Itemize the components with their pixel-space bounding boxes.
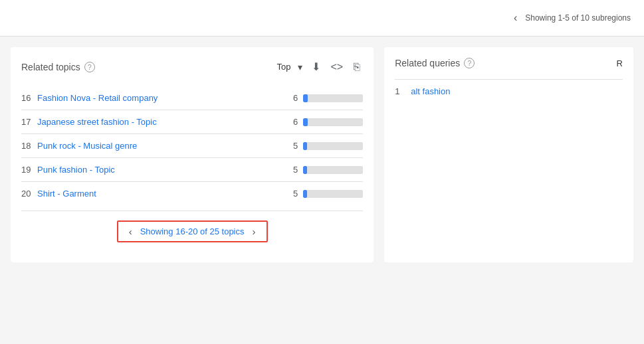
table-row: 18 Punk rock - Musical genre 5 [21, 133, 363, 157]
topics-download-button[interactable]: ⬇ [309, 58, 323, 76]
topic-bar-container [303, 190, 363, 198]
topic-link[interactable]: Shirt - Garment [37, 189, 284, 199]
topic-link[interactable]: Punk fashion - Topic [37, 165, 284, 175]
topic-number: 16 [21, 93, 37, 103]
related-topics-panel: Related topics ? Top ▾ ⬇ <> ⎘ 16 Fashion… [11, 47, 374, 262]
topic-number: 20 [21, 189, 37, 199]
topics-filter-label: Top [277, 62, 291, 72]
topics-pagination-text: Showing 16-20 of 25 topics [140, 226, 245, 236]
topics-prev-button[interactable]: ‹ [129, 226, 132, 237]
topic-bar-container [303, 94, 363, 102]
queries-filter-label: R [617, 58, 623, 68]
topics-panel-header: Related topics ? Top ▾ ⬇ <> ⎘ [21, 58, 363, 76]
queries-help-icon[interactable]: ? [464, 58, 475, 68]
related-queries-panel: Related queries ? R 1 alt fashion [384, 47, 633, 262]
topics-controls: Top ▾ ⬇ <> ⎘ [277, 58, 364, 76]
topic-number: 19 [21, 165, 37, 175]
topic-bar-container [303, 118, 363, 126]
topic-number: 18 [21, 141, 37, 151]
queries-panel-title: Related queries ? [395, 58, 475, 68]
subregion-prev-button[interactable]: ‹ [511, 11, 520, 25]
topic-number: 17 [21, 117, 37, 127]
topics-list: 16 Fashion Nova - Retail company 6 17 Ja… [21, 86, 363, 205]
query-link[interactable]: alt fashion [411, 86, 450, 96]
top-bar: ‹ Showing 1-5 of 10 subregions [0, 0, 644, 37]
topic-value: 5 [284, 165, 298, 175]
topics-pagination: ‹ Showing 16-20 of 25 topics › [21, 211, 363, 252]
topic-link[interactable]: Fashion Nova - Retail company [37, 93, 284, 103]
topic-bar-fill [303, 118, 307, 126]
table-row: 16 Fashion Nova - Retail company 6 [21, 86, 363, 110]
subregion-pagination-text: Showing 1-5 of 10 subregions [525, 13, 631, 23]
topics-dropdown-button[interactable]: ▾ [296, 60, 304, 74]
list-item: 1 alt fashion [395, 79, 623, 103]
topics-help-icon[interactable]: ? [84, 62, 95, 72]
subregion-pagination: ‹ Showing 1-5 of 10 subregions [511, 11, 631, 25]
topic-value: 6 [284, 93, 298, 103]
topics-next-button[interactable]: › [253, 226, 256, 237]
queries-list: 1 alt fashion [395, 79, 623, 103]
topic-value: 5 [284, 141, 298, 151]
topic-bar-fill [303, 190, 306, 198]
topic-link[interactable]: Punk rock - Musical genre [37, 141, 284, 151]
topics-code-button[interactable]: <> [328, 58, 346, 76]
main-content: Related topics ? Top ▾ ⬇ <> ⎘ 16 Fashion… [0, 37, 644, 273]
topic-bar-fill [303, 142, 306, 150]
topics-panel-title: Related topics ? [21, 62, 95, 72]
topics-share-button[interactable]: ⎘ [351, 58, 363, 76]
table-row: 17 Japanese street fashion - Topic 6 [21, 110, 363, 133]
topics-title-label: Related topics [21, 62, 80, 72]
topics-pagination-box: ‹ Showing 16-20 of 25 topics › [117, 220, 268, 242]
topic-bar-fill [303, 94, 307, 102]
queries-title-label: Related queries [395, 58, 460, 68]
queries-controls: R [617, 58, 623, 68]
queries-panel-header: Related queries ? R [395, 58, 623, 68]
topic-value: 6 [284, 117, 298, 127]
topic-link[interactable]: Japanese street fashion - Topic [37, 117, 284, 127]
topic-bar-container [303, 166, 363, 174]
table-row: 19 Punk fashion - Topic 5 [21, 157, 363, 181]
query-number: 1 [395, 86, 411, 96]
topic-bar-fill [303, 166, 306, 174]
table-row: 20 Shirt - Garment 5 [21, 181, 363, 205]
topic-value: 5 [284, 189, 298, 199]
topic-bar-container [303, 142, 363, 150]
